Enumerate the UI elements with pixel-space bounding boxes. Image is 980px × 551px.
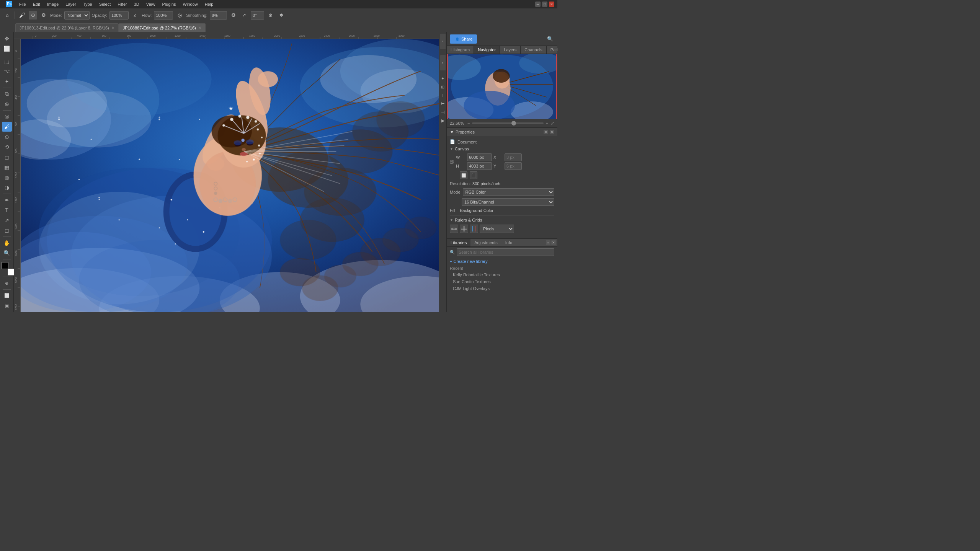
win-close[interactable]: ✕ xyxy=(549,2,554,7)
artboard-tool[interactable]: ⬜ xyxy=(2,44,12,54)
lib-close-btn[interactable]: ✕ xyxy=(551,240,556,245)
brush-tool[interactable]: 🖌 xyxy=(2,122,12,132)
opacity-input[interactable] xyxy=(109,11,129,20)
bit-depth-select[interactable]: 16 Bits/Channel xyxy=(462,198,554,206)
move-tool[interactable]: ✥ xyxy=(2,34,12,44)
angle-input[interactable] xyxy=(251,11,264,20)
angle-btn[interactable]: ↗ xyxy=(240,11,248,20)
flow-input[interactable] xyxy=(154,11,173,20)
brush-mode-btn[interactable]: ⊙ xyxy=(29,11,37,20)
type-tool[interactable]: T xyxy=(2,205,12,215)
x-input[interactable] xyxy=(505,153,522,161)
share-button[interactable]: 👤 Share xyxy=(450,34,477,44)
screen-mode-btn[interactable]: ⬜ xyxy=(2,291,12,301)
toggle-panel-btn-1[interactable]: » xyxy=(440,34,446,49)
lib-tab-info[interactable]: Info xyxy=(501,239,516,246)
lib-tab-libraries[interactable]: Libraries xyxy=(447,239,470,246)
menu-help[interactable]: Help xyxy=(202,1,217,7)
ai-tool-2[interactable]: ⊞ xyxy=(439,83,446,90)
search-btn[interactable]: 🔍 xyxy=(546,35,554,43)
mode-select-prop[interactable]: RGB Color xyxy=(463,188,554,196)
clone-tool[interactable]: ⊙ xyxy=(2,132,12,142)
toggle-panel-btn-2[interactable]: » xyxy=(440,55,446,70)
zoom-out-btn[interactable]: − xyxy=(467,121,470,126)
artboard-frame-btn[interactable]: ▣ xyxy=(2,301,12,311)
ai-tool-6[interactable]: ▶ xyxy=(439,117,446,124)
marquee-tool[interactable]: ⬚ xyxy=(2,56,12,66)
menu-filter[interactable]: Filter xyxy=(114,1,130,7)
menu-3d[interactable]: 3D xyxy=(131,1,142,7)
lib-item-2[interactable]: Sue Cantin Textures xyxy=(447,278,557,285)
menu-type[interactable]: Type xyxy=(80,1,95,7)
symmetry-btn[interactable]: ⊛ xyxy=(266,11,275,20)
smoothing-input[interactable] xyxy=(210,11,227,20)
canvas-header[interactable]: ▼ Canvas xyxy=(450,147,554,151)
menu-view[interactable]: View xyxy=(143,1,158,7)
magic-wand-tool[interactable]: ✦ xyxy=(2,77,12,86)
menu-plugins[interactable]: Plugins xyxy=(159,1,179,7)
win-restore[interactable]: □ xyxy=(542,2,547,7)
menu-image[interactable]: Image xyxy=(44,1,62,7)
zoom-slider[interactable] xyxy=(472,122,543,124)
shape-tool[interactable]: ◻ xyxy=(2,226,12,236)
fg-color-swatch[interactable] xyxy=(2,262,8,269)
zoom-fit-btn[interactable]: ⤢ xyxy=(550,121,554,126)
tab-2-close[interactable]: ✕ xyxy=(198,26,201,30)
airbrush-btn[interactable]: ◎ xyxy=(175,11,184,20)
dodge-tool[interactable]: ◑ xyxy=(2,183,12,192)
portrait-btn[interactable]: ⬜ xyxy=(460,171,467,179)
lib-tab-adjustments[interactable]: Adjustments xyxy=(470,239,501,246)
quick-mask-btn[interactable]: ⊕ xyxy=(2,278,12,288)
width-input[interactable] xyxy=(467,153,492,161)
ruler-btn-1[interactable] xyxy=(450,225,458,233)
home-button[interactable]: ⌂ xyxy=(3,11,11,20)
landscape-btn[interactable]: ⬛ xyxy=(470,171,477,179)
ai-tool-3[interactable]: ⊤ xyxy=(439,92,446,99)
gradient-tool[interactable]: ▦ xyxy=(2,162,12,172)
menu-select[interactable]: Select xyxy=(96,1,114,7)
tab-1-close[interactable]: ✕ xyxy=(111,26,114,30)
ai-tool-4[interactable]: ⊢ xyxy=(439,100,446,107)
properties-header[interactable]: ▼ Properties ≡ ✕ xyxy=(447,128,557,136)
heal-tool[interactable]: ◎ xyxy=(2,112,12,122)
blur-tool[interactable]: ◍ xyxy=(2,173,12,183)
history-brush-tool[interactable]: ⟲ xyxy=(2,142,12,152)
pressure-opacity-btn[interactable]: ⊿ xyxy=(131,11,139,20)
hand-tool[interactable]: ✋ xyxy=(2,238,12,248)
lasso-tool[interactable]: ⌥ xyxy=(2,67,12,77)
tab-paths[interactable]: Paths xyxy=(547,46,557,54)
path-select-tool[interactable]: ↗ xyxy=(2,215,12,225)
properties-close-btn[interactable]: ✕ xyxy=(550,130,554,134)
zoom-thumb[interactable] xyxy=(511,121,516,126)
lib-search-input[interactable] xyxy=(457,248,554,256)
brush-settings-btn[interactable]: ⚙ xyxy=(39,11,48,20)
eyedropper-tool[interactable]: ⊕ xyxy=(2,99,12,109)
ai-tool-1[interactable]: ✦ xyxy=(439,75,446,82)
smoothing-settings-btn[interactable]: ⚙ xyxy=(229,11,238,20)
ruler-btn-2[interactable] xyxy=(460,225,468,233)
ai-tool-5[interactable]: ⊣ xyxy=(439,109,446,116)
lib-create-btn[interactable]: + Create new library xyxy=(447,258,557,265)
tab-navigator[interactable]: Navigator xyxy=(474,46,500,54)
lib-item-3[interactable]: CJM Light Overlays xyxy=(447,285,557,292)
zoom-in-btn[interactable]: + xyxy=(546,121,548,126)
tool-extra-btn[interactable]: ❖ xyxy=(277,11,286,20)
tab-layers[interactable]: Layers xyxy=(500,46,521,54)
tab-2[interactable]: JP108887-Edit.psd @ 22.7% (RGB/16) ✕ xyxy=(119,23,206,32)
rulers-grids-header[interactable]: ▼ Rulers & Grids xyxy=(450,215,554,222)
y-input[interactable] xyxy=(505,162,522,170)
tab-channels[interactable]: Channels xyxy=(521,46,546,54)
tab-histogram[interactable]: Histogram xyxy=(447,46,474,54)
lib-menu-btn[interactable]: ≡ xyxy=(546,240,550,245)
canvas-viewport[interactable] xyxy=(21,39,439,312)
lib-item-1[interactable]: Kelly Robotaillie Textures xyxy=(447,271,557,278)
menu-edit[interactable]: Edit xyxy=(30,1,43,7)
bg-color-swatch[interactable] xyxy=(8,269,15,276)
properties-menu-btn[interactable]: ≡ xyxy=(544,130,548,134)
zoom-tool[interactable]: 🔍 xyxy=(2,248,12,258)
brush-tool-btn[interactable]: 🖌 xyxy=(18,11,26,20)
menu-window[interactable]: Window xyxy=(180,1,201,7)
units-select[interactable]: Pixels Inches Centimeters xyxy=(480,225,514,233)
mode-select[interactable]: Normal xyxy=(64,11,90,20)
height-input[interactable] xyxy=(467,162,492,170)
